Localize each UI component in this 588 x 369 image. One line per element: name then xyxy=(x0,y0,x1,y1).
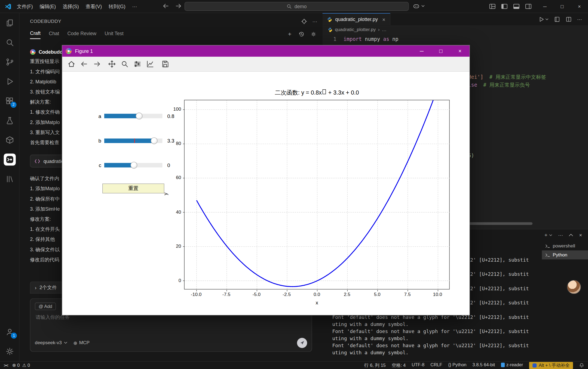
pin-target-icon[interactable] xyxy=(301,19,307,25)
problems-indicator[interactable]: ⊗ 0 ⚠ 0 xyxy=(12,363,30,368)
y-tick-label: 80 xyxy=(176,141,181,146)
slider-c[interactable]: c 0 xyxy=(85,161,170,170)
completion-mode-chip[interactable]: Alt + \ 手动补全 xyxy=(529,362,573,369)
nav-forward-icon[interactable] xyxy=(175,2,182,10)
new-chat-icon[interactable]: ＋ xyxy=(287,31,293,38)
mpl-edit-axis-button[interactable] xyxy=(146,60,155,68)
mpl-pan-button[interactable] xyxy=(108,60,116,68)
command-search-box[interactable]: demo xyxy=(185,2,409,11)
add-context-chip[interactable]: @ Add xyxy=(35,303,56,310)
breadcrumb-file: quadratic_plotter.py xyxy=(335,27,376,32)
terminal-tab-powershell[interactable]: powershell xyxy=(542,241,588,250)
customize-layout-icon[interactable] xyxy=(489,3,496,10)
activity-library[interactable] xyxy=(0,169,19,189)
activity-testing[interactable] xyxy=(0,111,19,130)
slider-b-track[interactable] xyxy=(104,138,163,143)
code-area[interactable]: 1 import numpy as np xyxy=(323,36,588,43)
remote-indicator[interactable]: >< xyxy=(4,363,8,368)
figure-maximize-button[interactable]: □ xyxy=(431,46,450,57)
chevron-down-icon xyxy=(421,4,425,8)
notebook-icon[interactable] xyxy=(554,16,560,22)
editor-tab-quadratic-plotter[interactable]: quadratic_plotter.py × xyxy=(323,13,390,25)
sidebar-tab-craft[interactable]: Craft xyxy=(30,30,41,39)
nav-back-icon[interactable] xyxy=(162,2,170,10)
activity-run-debug[interactable] xyxy=(0,72,19,91)
split-editor-icon[interactable] xyxy=(565,16,572,22)
tab-close-icon[interactable]: × xyxy=(382,16,385,22)
y-tick-label: 0 xyxy=(179,278,181,283)
statusbar-item[interactable]: CRLF xyxy=(430,362,442,368)
mpl-forward-button[interactable] xyxy=(93,60,101,68)
figure-canvas[interactable]: 二次函数: y = 0.8x + 3.3x + 0.0 a 0.8 b 3.3 … xyxy=(62,72,470,315)
toggle-sidebar-icon[interactable] xyxy=(501,3,508,10)
notifications-bell-icon[interactable] xyxy=(579,363,584,368)
window-minimize-button[interactable]: ─ xyxy=(536,0,553,13)
panel-close-icon[interactable]: × xyxy=(579,232,582,238)
more-actions-icon[interactable]: ··· xyxy=(313,19,317,24)
statusbar-item[interactable]: 空格: 4 xyxy=(392,362,406,368)
chevron-down-icon xyxy=(549,233,552,237)
activity-settings-gear[interactable] xyxy=(0,342,20,361)
statusbar-item[interactable]: 3.8.5 64-bit xyxy=(473,362,495,368)
plot-axes[interactable] xyxy=(184,100,449,289)
terminal-tab-Python[interactable]: Python xyxy=(542,250,588,259)
activity-accounts[interactable]: 1 xyxy=(0,322,20,342)
statusbar-item[interactable]: {} Python xyxy=(448,362,466,368)
statusbar-item[interactable]: UTF-8 xyxy=(412,362,424,368)
history-icon[interactable] xyxy=(299,31,305,37)
copilot-menu-button[interactable] xyxy=(412,2,425,10)
activity-remote-explorer[interactable] xyxy=(0,130,19,150)
mpl-zoom-button[interactable] xyxy=(120,60,129,68)
model-selector[interactable]: deepseek-v3 xyxy=(35,340,67,345)
activity-codebuddy[interactable] xyxy=(0,150,19,170)
statusbar-item[interactable]: 行 6, 列 15 xyxy=(364,362,386,368)
settings-gear-icon[interactable] xyxy=(311,31,317,37)
activity-extensions[interactable]: 2 xyxy=(0,91,19,111)
avatar[interactable] xyxy=(567,280,581,294)
mcp-button[interactable]: ⊕ MCP xyxy=(73,340,90,346)
figure-minimize-button[interactable]: ─ xyxy=(412,46,431,57)
statusbar-item[interactable]: z-reader xyxy=(501,362,523,368)
menu-item[interactable]: 文件(F) xyxy=(14,3,36,10)
send-button[interactable] xyxy=(297,338,307,348)
mpl-configure-subplots-button[interactable] xyxy=(133,60,142,68)
horizontal-scrollbar[interactable] xyxy=(465,222,532,225)
activity-source-control[interactable] xyxy=(0,52,19,72)
slider-c-track[interactable] xyxy=(104,163,163,168)
panel-more-actions-icon[interactable]: ··· xyxy=(558,232,563,238)
menu-item[interactable]: 编辑(E) xyxy=(36,3,59,10)
breadcrumb[interactable]: quadratic_plotter.py › … xyxy=(328,25,387,34)
figure-titlebar[interactable]: Figure 1 ─ □ × xyxy=(62,46,470,57)
accounts-badge: 1 xyxy=(11,333,17,339)
figure-close-button[interactable]: × xyxy=(450,46,469,57)
slider-c-handle[interactable] xyxy=(130,162,137,169)
activity-explorer[interactable] xyxy=(0,13,19,33)
window-maximize-button[interactable]: □ xyxy=(553,0,571,13)
window-close-button[interactable]: × xyxy=(571,0,588,13)
mpl-back-button[interactable] xyxy=(80,60,88,68)
sidebar-tab-code-review[interactable]: Code Review xyxy=(67,31,96,38)
panel-maximize-icon[interactable] xyxy=(569,232,574,237)
menu-item[interactable]: 选择(S) xyxy=(59,3,82,10)
slider-a-handle[interactable] xyxy=(136,113,143,119)
x-tick-label: -10.0 xyxy=(191,292,201,297)
mpl-home-button[interactable] xyxy=(67,60,76,68)
mpl-save-button[interactable] xyxy=(161,60,170,68)
sidebar-tab-unit-test[interactable]: Unit Test xyxy=(105,31,123,38)
slider-a-track[interactable] xyxy=(104,114,163,118)
activity-search[interactable] xyxy=(0,33,19,52)
new-terminal-icon[interactable]: ＋ xyxy=(544,232,553,238)
toggle-secondary-sidebar-icon[interactable] xyxy=(525,3,532,10)
toggle-panel-icon[interactable] xyxy=(513,3,520,10)
run-python-button[interactable] xyxy=(538,16,549,22)
sidebar-tab-chat[interactable]: Chat xyxy=(49,31,59,38)
menu-item[interactable]: 查看(V) xyxy=(82,3,105,10)
menu-item[interactable]: ··· xyxy=(129,4,140,10)
slider-b-handle[interactable] xyxy=(151,137,158,144)
reset-button[interactable]: 重置 xyxy=(102,184,164,193)
figure-window[interactable]: Figure 1 ─ □ × 二次函数: y = 0.8x + 3.3x + 0… xyxy=(62,45,470,315)
menu-item[interactable]: 转到(G) xyxy=(105,3,129,10)
slider-a[interactable]: a 0.8 xyxy=(85,111,174,120)
slider-b[interactable]: b 3.3 xyxy=(85,136,174,145)
editor-more-actions-icon[interactable]: ··· xyxy=(577,16,582,22)
